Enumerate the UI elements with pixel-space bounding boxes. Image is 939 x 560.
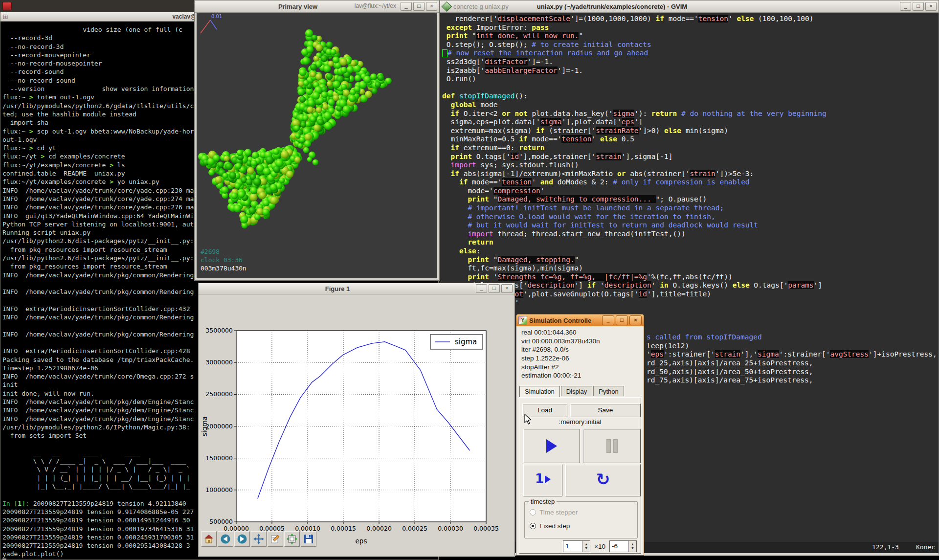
- viewport-clock-label: clock 03:36: [201, 256, 243, 264]
- tab-python[interactable]: Python: [593, 386, 624, 396]
- svg-text:2500000: 2500000: [205, 390, 233, 398]
- controller-stat-row: stopAtIter #2: [521, 363, 600, 372]
- spheres-svg: [197, 13, 437, 278]
- minimize-icon[interactable]: _: [900, 2, 911, 11]
- close-icon[interactable]: ×: [501, 284, 513, 293]
- timestep-spinners: 1 ▲▼ ×10 -6 ▲▼: [563, 540, 637, 552]
- maximize-icon[interactable]: □: [489, 284, 500, 293]
- svg-text:sigma: sigma: [455, 337, 477, 346]
- svg-text:0.00025: 0.00025: [402, 525, 427, 532]
- minimize-icon[interactable]: _: [401, 2, 412, 11]
- gvim-scroll-indicator: Konec: [916, 543, 935, 551]
- figure-plot: 0.000000.000050.000100.000150.000200.000…: [199, 294, 514, 555]
- tab-display[interactable]: Display: [561, 386, 593, 396]
- figure-titlebar[interactable]: Figure 1 _ □ ×: [199, 283, 514, 294]
- gvim-cursor-position: 122,1-3: [872, 543, 899, 551]
- controller-stat-row: estimation 00:00:-21: [521, 371, 600, 380]
- minimize-icon[interactable]: _: [602, 315, 614, 325]
- pause-button[interactable]: [583, 429, 641, 463]
- save-button[interactable]: Save: [570, 403, 641, 417]
- svg-text:3500000: 3500000: [205, 327, 233, 334]
- svg-text:0.00020: 0.00020: [366, 525, 392, 532]
- 3d-viewport[interactable]: 0.01 #2698 clock 03:36 003m378u430n: [197, 13, 437, 278]
- svg-text:eps: eps: [356, 537, 367, 545]
- subplots-icon[interactable]: [284, 531, 300, 547]
- svg-text:3000000: 3000000: [205, 358, 233, 366]
- ghost-title-fragment: lav@flux:~/yt/ex: [355, 2, 396, 9]
- yade-app-icon: Y: [518, 316, 527, 325]
- timestep-group-label: timestep: [529, 498, 557, 505]
- controller-stat-row: step 1.2522e-06: [521, 354, 600, 363]
- gvim-title: uniax.py (~/yade/trunk/examples/concrete…: [537, 3, 687, 10]
- step-icon: 1: [524, 471, 562, 486]
- times-ten-label: ×10: [594, 543, 605, 550]
- primary-view-titlebar[interactable]: Primary view lav@flux:~/yt/ex _ □ ×: [195, 0, 439, 13]
- home-icon[interactable]: [201, 531, 217, 547]
- gvim-code: renderer['displacementScale']=(1000,1000…: [440, 13, 939, 307]
- svg-text:1500000: 1500000: [205, 454, 233, 462]
- controller-tab-frame: Load Save :memory:initial 1 ↻ timestep T…: [519, 397, 641, 554]
- step-button[interactable]: 1: [523, 464, 562, 496]
- svg-text:0.00035: 0.00035: [473, 525, 499, 532]
- axis-scale-label: 0.01: [211, 14, 222, 19]
- figure-toolbar: [201, 531, 316, 547]
- mouse-cursor: [524, 414, 533, 426]
- window-grid-icon: ⊞: [2, 13, 9, 20]
- viewport-iter-label: #2698: [201, 248, 220, 255]
- radio-icon: [530, 509, 536, 515]
- reload-icon: ↻: [566, 470, 640, 489]
- play-button[interactable]: [523, 429, 580, 463]
- minimize-icon[interactable]: _: [476, 284, 487, 293]
- controller-title: Simulation Controlle: [529, 317, 601, 324]
- reload-button[interactable]: ↻: [565, 464, 641, 496]
- memory-label: :memory:initial: [519, 418, 641, 426]
- back-icon[interactable]: [218, 531, 233, 547]
- svg-text:sigma: sigma: [201, 416, 208, 436]
- forward-icon[interactable]: [234, 531, 250, 547]
- background-titlebar-strip: [0, 0, 196, 12]
- pause-icon: [583, 439, 640, 453]
- controller-stat-row: virt 00:000.003m378u430n: [521, 337, 600, 346]
- time-stepper-radio[interactable]: Time stepper: [530, 509, 578, 516]
- close-icon[interactable]: ×: [629, 315, 642, 325]
- edit-icon[interactable]: [268, 531, 283, 547]
- exponent-spinner[interactable]: -6 ▲▼: [609, 540, 637, 552]
- gvim-titlebar[interactable]: concrete g uniax.py uniax.py (~/yade/tru…: [440, 0, 939, 13]
- controller-titlebar[interactable]: Y Simulation Controlle _ □ ×: [516, 314, 644, 326]
- svg-text:2000000: 2000000: [205, 423, 233, 430]
- figure-canvas: 0.000000.000050.000100.000150.000200.000…: [199, 294, 514, 555]
- controller-stat-row: iter #2698, 0.0/s: [521, 345, 600, 354]
- close-icon[interactable]: ×: [925, 2, 937, 11]
- save-icon[interactable]: [301, 531, 316, 547]
- maximize-icon[interactable]: □: [413, 2, 425, 11]
- svg-text:1000000: 1000000: [205, 486, 233, 493]
- figure-window: Figure 1 _ □ × 0.000000.000050.000100.00…: [198, 283, 515, 557]
- spinner-arrows-icon[interactable]: ▲▼: [582, 541, 590, 552]
- controller-stat-row: real 00:01:044.360: [521, 328, 600, 337]
- spinner-arrows-icon[interactable]: ▲▼: [628, 541, 636, 552]
- mantissa-spinner[interactable]: 1 ▲▼: [563, 540, 590, 552]
- close-icon[interactable]: ×: [426, 2, 437, 11]
- svg-text:0.00015: 0.00015: [331, 525, 356, 532]
- pan-icon[interactable]: [251, 531, 267, 547]
- fixed-step-radio[interactable]: Fixed step: [530, 522, 570, 530]
- vim-diamond-icon: [442, 1, 452, 11]
- maximize-icon[interactable]: □: [913, 2, 924, 11]
- svg-text:0.00030: 0.00030: [438, 525, 463, 532]
- svg-text:500000: 500000: [209, 518, 233, 525]
- play-icon: [546, 439, 557, 453]
- maximize-icon[interactable]: □: [616, 315, 628, 325]
- radio-icon: [530, 523, 536, 529]
- primary-view-window: Primary view lav@flux:~/yt/ex _ □ × 0.0: [194, 0, 440, 281]
- controller-stats: real 00:01:044.360virt 00:000.003m378u43…: [521, 328, 600, 380]
- simulation-controller-window: Y Simulation Controlle _ □ × real 00:01:…: [516, 314, 644, 556]
- tab-simulation[interactable]: Simulation: [519, 386, 560, 398]
- viewport-virt-time-label: 003m378u430n: [201, 265, 246, 272]
- red-app-icon: [2, 2, 12, 10]
- controller-tabs: SimulationDisplayPython: [519, 386, 625, 398]
- figure-title: Figure 1: [201, 285, 474, 292]
- gvim-title-ghost: concrete g uniax.py: [453, 3, 509, 10]
- timestep-groupbox: timestep Time stepper Fixed step: [524, 501, 638, 538]
